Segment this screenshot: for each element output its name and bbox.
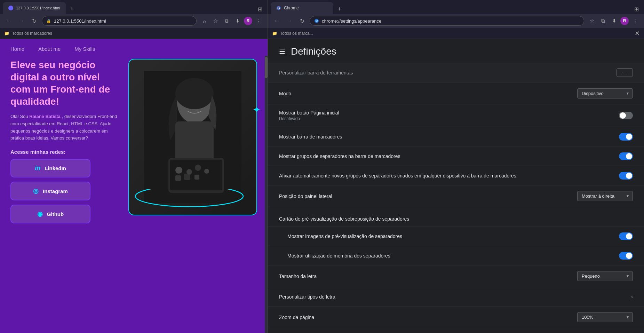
hamburger-icon[interactable]: ☰ xyxy=(279,47,285,56)
grid-apps-button-left[interactable]: ⊞ xyxy=(255,4,265,14)
bookmark-star-left[interactable]: ☆ xyxy=(210,16,220,26)
bookmarks-bar-icon-right: 📁 xyxy=(272,31,277,36)
svg-point-6 xyxy=(175,167,182,174)
search-icon-left[interactable]: ⌕ xyxy=(199,16,209,26)
back-button-left[interactable]: ← xyxy=(4,16,14,26)
settings-row-painel-lateral: Posição do painel lateral Mostrar à dire… xyxy=(268,185,644,207)
toggle-mostrar-memoria[interactable] xyxy=(619,252,633,260)
tamanho-letra-label: Tamanho da letra xyxy=(279,273,523,279)
painel-select[interactable]: Mostrar à direita Mostrar à esquerda xyxy=(577,191,633,201)
github-icon: ◉ xyxy=(37,210,43,218)
left-page-content: Home About me My Skills Eleve seu negóci… xyxy=(0,39,268,333)
user-avatar-right[interactable]: R xyxy=(620,17,629,25)
bookmarks-bar-label-left[interactable]: Todos os marcadores xyxy=(12,31,52,36)
settings-row-botao-inicial: Mostrar botão Página inicial Desativado xyxy=(268,104,644,127)
settings-row-mostrar-imagens: Mostrar imagens de pré-visualização de s… xyxy=(268,227,644,246)
reload-button-right[interactable]: ↻ xyxy=(297,16,307,26)
downloads-right[interactable]: ⬇ xyxy=(609,16,619,26)
right-nav-bar: ← → ↻ chrome://settings/appearance ☆ ⧉ ⬇… xyxy=(268,14,644,28)
reload-button-left[interactable]: ↻ xyxy=(29,16,39,26)
toggle-grupos-separadores[interactable] xyxy=(619,152,633,160)
hero-desc-before: Olá! Sou xyxy=(10,114,29,119)
mostrar-imagens-label: Mostrar imagens de pré-visualização de s… xyxy=(287,233,531,239)
more-menu-left[interactable]: ⋮ xyxy=(254,16,263,26)
left-tab-bar: 127.0.0.1:5501/index.html + ⊞ xyxy=(0,0,268,14)
svg-point-2 xyxy=(175,78,214,109)
toggle-knob-afixar xyxy=(626,173,632,179)
instagram-icon: ◎ xyxy=(33,187,39,195)
tamanho-select[interactable]: Muito pequeno Pequeno Médio Grande Muito… xyxy=(577,271,633,281)
toggle-botao-inicial[interactable] xyxy=(619,112,633,119)
toggle-afixar[interactable] xyxy=(619,172,633,180)
toggle-barra-marcadores[interactable] xyxy=(619,133,633,141)
sparkle-icon: ✦ xyxy=(253,104,261,116)
new-tab-button-right[interactable]: + xyxy=(335,4,344,14)
chrome-favicon xyxy=(276,6,281,10)
left-tab-label: 127.0.0.1:5501/index.html xyxy=(16,6,60,10)
botao-inicial-text: Mostrar botão Página inicial Desativado xyxy=(279,110,339,121)
settings-page: ☰ Definições Personalizar barra de ferra… xyxy=(268,39,644,333)
zoom-select[interactable]: 75% 90% 100% 110% 125% xyxy=(577,312,633,322)
right-active-tab[interactable]: Chrome xyxy=(271,2,333,14)
grid-apps-button-right[interactable]: ⊞ xyxy=(631,4,641,14)
mostrar-memoria-label: Mostrar utilização de memória dos separa… xyxy=(287,253,531,259)
settings-header: ☰ Definições xyxy=(268,39,644,63)
forward-button-left[interactable]: → xyxy=(17,16,26,26)
right-address-bar[interactable]: chrome://settings/appearance xyxy=(310,16,584,26)
bookmarks-bar-label-right[interactable]: Todos os marca... xyxy=(280,31,313,36)
back-button-right[interactable]: ← xyxy=(272,16,282,26)
partial-label: Personalizar barra de ferramentas xyxy=(279,70,523,76)
toggle-knob-grupos xyxy=(626,153,632,159)
more-menu-right[interactable]: ⋮ xyxy=(630,16,640,26)
bookmark-star-right[interactable]: ☆ xyxy=(587,16,597,26)
left-scrollbar[interactable] xyxy=(265,56,268,333)
downloads-left[interactable]: ⬇ xyxy=(233,16,243,26)
toggle-mostrar-imagens[interactable] xyxy=(619,232,633,240)
settings-row-zoom: Zoom da página 75% 90% 100% 110% 125% ▼ xyxy=(268,307,644,328)
new-tab-button[interactable]: + xyxy=(67,4,77,14)
settings-row-afixar: Afixar automaticamente novos grupos de s… xyxy=(268,166,644,185)
github-label: Github xyxy=(47,211,64,217)
nav-item-skills[interactable]: My Skills xyxy=(74,46,95,52)
partial-close-btn[interactable]: — xyxy=(617,68,633,77)
left-address-bar[interactable]: 🔒 127.0.0.1:5501/index.html xyxy=(42,16,197,26)
close-settings-button[interactable]: ✕ xyxy=(635,30,640,37)
settings-row-modo: Modo Dispositivo Claro Escuro ▼ xyxy=(268,83,644,104)
page-nav: Home About me My Skills xyxy=(0,39,268,55)
toggle-knob-barra-marcadores xyxy=(626,134,632,140)
toggle-knob-memoria xyxy=(626,253,632,259)
settings-row-grupos-separadores: Mostrar grupos de separadores na barra d… xyxy=(268,146,644,166)
left-browser-window: 127.0.0.1:5501/index.html + ⊞ ← → ↻ 🔒 12… xyxy=(0,0,268,333)
person-illustration xyxy=(144,71,241,203)
scrollbar-thumb-left[interactable] xyxy=(265,57,268,78)
settings-row-barra-marcadores: Mostrar barra de marcadores xyxy=(268,127,644,146)
grupos-separadores-label: Mostrar grupos de separadores na barra d… xyxy=(279,153,523,159)
tamanho-select-wrapper: Muito pequeno Pequeno Médio Grande Muito… xyxy=(577,271,633,281)
toggle-knob-botao-inicial xyxy=(620,112,626,119)
linkedin-button[interactable]: in LinkedIn xyxy=(10,159,90,177)
page-hero: Eleve seu negócio digital a outro nível … xyxy=(0,55,268,227)
github-button[interactable]: ◉ Github xyxy=(10,205,90,223)
svg-point-19 xyxy=(316,20,317,22)
zoom-label: Zoom da página xyxy=(279,315,523,320)
extension-puzzle-left[interactable]: ⧉ xyxy=(222,16,231,26)
chrome-address-icon xyxy=(314,18,319,23)
left-tab-favicon xyxy=(8,6,13,10)
instagram-button[interactable]: ◎ Instagram xyxy=(10,182,90,200)
modo-select[interactable]: Dispositivo Claro Escuro xyxy=(577,88,633,98)
nav-item-about[interactable]: About me xyxy=(38,46,61,52)
left-active-tab[interactable]: 127.0.0.1:5501/index.html xyxy=(3,2,66,14)
svg-rect-12 xyxy=(194,175,199,180)
svg-point-13 xyxy=(135,189,243,207)
user-avatar-left[interactable]: R xyxy=(244,17,252,25)
nav-item-home[interactable]: Home xyxy=(10,46,24,52)
settings-row-personalizar-tipos[interactable]: Personalizar tipos de letra › xyxy=(268,287,644,307)
forward-button-right[interactable]: → xyxy=(285,16,294,26)
extension-puzzle-right[interactable]: ⧉ xyxy=(598,16,608,26)
chevron-right-icon: › xyxy=(631,294,633,300)
settings-title: Definições xyxy=(291,46,336,57)
instagram-label: Instagram xyxy=(43,188,68,194)
svg-rect-11 xyxy=(184,174,190,180)
social-label: Acesse minhas redes: xyxy=(10,149,121,155)
painel-lateral-label: Posição do painel lateral xyxy=(279,193,523,199)
